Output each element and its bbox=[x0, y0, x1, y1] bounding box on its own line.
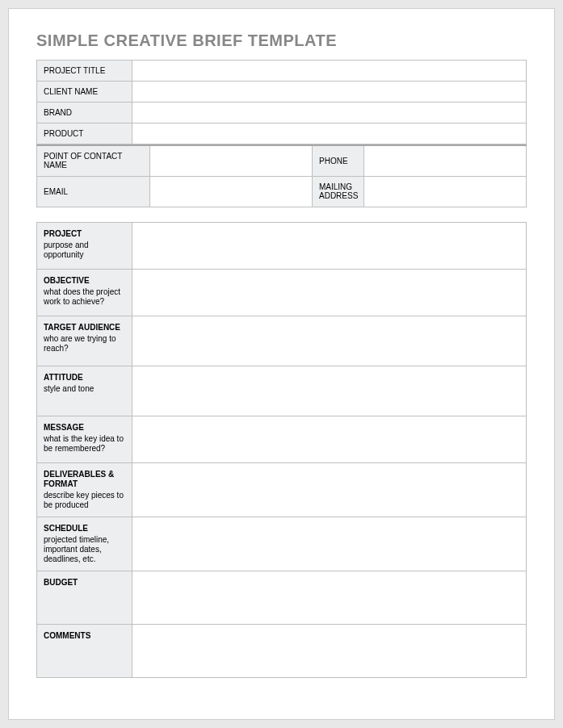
spacer bbox=[36, 207, 527, 222]
section-label-attitude: ATTITUDE style and tone bbox=[37, 366, 132, 416]
label-brand: BRAND bbox=[37, 103, 132, 123]
section-head-audience: TARGET AUDIENCE bbox=[44, 323, 125, 333]
section-value-schedule[interactable] bbox=[132, 517, 527, 571]
document-page: SIMPLE CREATIVE BRIEF TEMPLATE PROJECT T… bbox=[8, 8, 555, 720]
section-label-comments: COMMENTS bbox=[37, 624, 132, 677]
section-sub-audience: who are we trying to reach? bbox=[44, 334, 125, 354]
section-sub-message: what is the key idea to be remembered? bbox=[44, 434, 125, 454]
section-label-project: PROJECT purpose and opportunity bbox=[37, 222, 132, 269]
section-sub-attitude: style and tone bbox=[44, 384, 125, 394]
section-value-deliverables[interactable] bbox=[132, 462, 527, 517]
label-poc: POINT OF CONTACT NAME bbox=[37, 145, 150, 176]
sections-table: PROJECT purpose and opportunity OBJECTIV… bbox=[36, 222, 527, 678]
section-head-budget: BUDGET bbox=[44, 578, 125, 588]
label-mailing: MAILING ADDRESS bbox=[313, 176, 364, 207]
value-brand[interactable] bbox=[132, 103, 527, 123]
section-value-comments[interactable] bbox=[132, 624, 527, 677]
value-email[interactable] bbox=[150, 176, 313, 207]
section-head-attitude: ATTITUDE bbox=[44, 373, 125, 383]
section-value-budget[interactable] bbox=[132, 571, 527, 624]
value-poc[interactable] bbox=[150, 145, 313, 176]
page-title: SIMPLE CREATIVE BRIEF TEMPLATE bbox=[36, 31, 527, 50]
section-value-message[interactable] bbox=[132, 416, 527, 462]
section-sub-project: purpose and opportunity bbox=[44, 241, 125, 260]
label-project-title: PROJECT TITLE bbox=[37, 61, 132, 82]
section-sub-deliverables: describe key pieces to be produced bbox=[44, 491, 125, 510]
section-head-project: PROJECT bbox=[44, 229, 125, 239]
value-product[interactable] bbox=[132, 123, 527, 144]
label-email: EMAIL bbox=[37, 176, 150, 207]
contact-table: POINT OF CONTACT NAME PHONE EMAIL MAILIN… bbox=[36, 144, 527, 207]
section-sub-schedule: projected timeline, important dates, dea… bbox=[44, 535, 125, 564]
value-client-name[interactable] bbox=[132, 82, 527, 103]
info-table: PROJECT TITLE CLIENT NAME BRAND PRODUCT bbox=[36, 60, 527, 144]
label-product: PRODUCT bbox=[37, 123, 132, 144]
section-label-message: MESSAGE what is the key idea to be remem… bbox=[37, 416, 132, 462]
section-value-project[interactable] bbox=[132, 222, 527, 269]
value-mailing[interactable] bbox=[364, 176, 527, 207]
section-head-deliverables: DELIVERABLES & FORMAT bbox=[44, 470, 125, 489]
section-label-budget: BUDGET bbox=[37, 571, 132, 624]
section-label-audience: TARGET AUDIENCE who are we trying to rea… bbox=[37, 316, 132, 366]
section-value-audience[interactable] bbox=[132, 316, 527, 366]
value-phone[interactable] bbox=[364, 145, 527, 176]
section-value-objective[interactable] bbox=[132, 269, 527, 316]
section-label-objective: OBJECTIVE what does the project work to … bbox=[37, 269, 132, 316]
label-phone: PHONE bbox=[313, 145, 364, 176]
section-head-schedule: SCHEDULE bbox=[44, 524, 125, 533]
section-head-objective: OBJECTIVE bbox=[44, 276, 125, 286]
section-sub-objective: what does the project work to achieve? bbox=[44, 287, 125, 307]
value-project-title[interactable] bbox=[132, 61, 527, 82]
section-value-attitude[interactable] bbox=[132, 366, 527, 416]
section-head-comments: COMMENTS bbox=[44, 631, 125, 641]
label-client-name: CLIENT NAME bbox=[37, 82, 132, 103]
section-label-schedule: SCHEDULE projected timeline, important d… bbox=[37, 517, 132, 571]
section-head-message: MESSAGE bbox=[44, 423, 125, 433]
section-label-deliverables: DELIVERABLES & FORMAT describe key piece… bbox=[37, 462, 132, 517]
